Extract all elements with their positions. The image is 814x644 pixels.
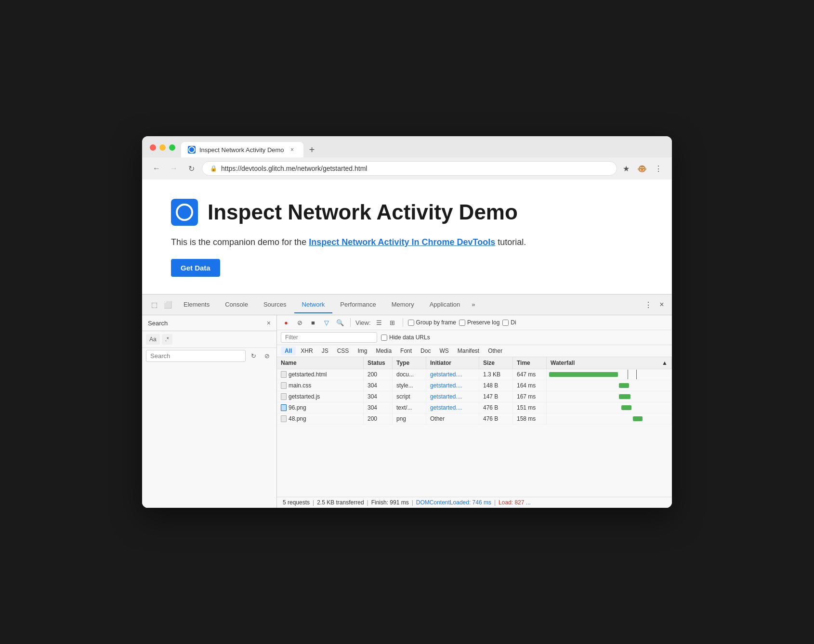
page-icon [171,199,198,226]
tab-elements[interactable]: Elements [176,296,217,313]
devtools-close-button[interactable]: × [656,298,668,311]
disable-cache-label: Di [511,319,516,326]
type-filter-other[interactable]: Other [484,347,506,355]
devtools-menu-button[interactable]: ⋮ [642,298,655,311]
col-header-time[interactable]: Time [513,357,547,369]
cell-time: 158 ms [513,413,547,424]
minimize-window-button[interactable] [159,144,166,151]
search-case-sensitive-button[interactable]: Aa [146,334,160,345]
cell-initiator[interactable]: getstarted.... [426,402,479,413]
stop-recording-button[interactable]: ⊘ [294,317,305,328]
search-close-button[interactable]: × [267,319,271,327]
filter-bar: Hide data URLs [277,330,672,345]
col-header-type[interactable]: Type [393,357,426,369]
cell-name: getstarted.js [277,391,364,402]
filter-input[interactable] [281,332,377,343]
search-refresh-button[interactable]: ↻ [248,350,259,362]
search-sidebar: Search × Aa .* ↻ ⊘ [142,315,277,508]
devtools-select-icon[interactable]: ⬚ [148,298,160,311]
bookmark-icon[interactable]: ★ [621,162,631,175]
type-filter-ws[interactable]: WS [435,347,452,355]
file-icon [281,393,287,400]
new-tab-button[interactable]: + [305,143,319,156]
cell-initiator[interactable]: getstarted.... [426,380,479,391]
cell-waterfall [547,381,672,390]
cell-initiator[interactable]: getstarted.... [426,369,479,380]
col-header-status[interactable]: Status [364,357,393,369]
type-filter-media[interactable]: Media [372,347,395,355]
tab-network[interactable]: Network [294,296,333,313]
col-header-waterfall[interactable]: Waterfall ▲ [547,357,672,369]
cell-status: 304 [364,380,393,391]
type-filter-manifest[interactable]: Manifest [454,347,483,355]
group-by-frame-checkbox[interactable] [408,320,414,326]
file-icon [281,382,287,389]
table-row[interactable]: main.css 304 style... getstarted.... 148… [277,380,672,391]
back-button[interactable]: ← [150,162,163,175]
cell-name: main.css [277,380,364,391]
search-regex-button[interactable]: .* [162,334,172,345]
view-label: View: [355,319,371,326]
cell-size: 147 B [479,391,513,402]
more-tabs-button[interactable]: » [468,296,479,313]
cell-initiator[interactable]: getstarted.... [426,391,479,402]
cell-name: getstarted.html [277,369,364,380]
user-avatar[interactable]: 🐵 [635,162,649,175]
tab-performance[interactable]: Performance [332,296,383,313]
filter-button[interactable]: ▽ [321,317,332,328]
type-filter-js[interactable]: JS [318,347,332,355]
tab-memory[interactable]: Memory [384,296,422,313]
devtools-tabbar: ⬚ ⬜ Elements Console Sources Network Per… [142,295,672,315]
lock-icon: 🔒 [210,165,217,172]
disable-cache-checkbox-group: Di [502,319,516,326]
type-filter-all[interactable]: All [281,347,296,355]
maximize-window-button[interactable] [169,144,175,151]
col-header-initiator[interactable]: Initiator [426,357,479,369]
type-filter-xhr[interactable]: XHR [297,347,316,355]
tab-console[interactable]: Console [217,296,256,313]
browser-tab[interactable]: Inspect Network Activity Demo × [181,142,303,157]
forward-button[interactable]: → [167,162,181,175]
status-transferred: 2.5 KB transferred [317,499,364,506]
tree-view-button[interactable]: ⊞ [387,317,398,328]
devtools-inspect-icon[interactable]: ⬜ [161,298,174,311]
address-bar[interactable]: 🔒 https://devtools.glitch.me/network/get… [202,161,617,176]
col-header-size[interactable]: Size [479,357,513,369]
refresh-button[interactable]: ↻ [184,162,198,175]
search-input[interactable] [146,350,246,362]
cell-waterfall [547,392,672,401]
hide-data-urls-checkbox[interactable] [381,335,387,341]
tab-application[interactable]: Application [422,296,468,313]
col-header-name[interactable]: Name [277,357,364,369]
type-filter-font[interactable]: Font [396,347,416,355]
type-filter-css[interactable]: CSS [333,347,353,355]
type-filter-doc[interactable]: Doc [417,347,434,355]
type-filter-img[interactable]: Img [354,347,371,355]
search-button[interactable]: 🔍 [335,317,345,328]
nav-bar: ← → ↻ 🔒 https://devtools.glitch.me/netwo… [142,157,672,180]
table-row[interactable]: getstarted.html 200 docu... getstarted..… [277,369,672,380]
preserve-log-checkbox[interactable] [459,320,465,326]
record-button[interactable]: ● [281,317,291,328]
disable-cache-checkbox[interactable] [502,320,509,326]
search-block-button[interactable]: ⊘ [261,350,273,362]
cell-status: 304 [364,402,393,413]
table-row[interactable]: 48.png 200 png Other 476 B 158 ms [277,413,672,425]
browser-menu-icon[interactable]: ⋮ [653,162,664,175]
get-data-button[interactable]: Get Data [171,259,220,277]
tab-close-button[interactable]: × [288,145,297,154]
screenshot-button[interactable]: ■ [308,317,318,328]
table-row[interactable]: 96.png 304 text/... getstarted.... 476 B… [277,402,672,413]
hide-data-urls-label: Hide data URLs [389,334,430,341]
status-requests: 5 requests [283,499,310,506]
devtools-link[interactable]: Inspect Network Activity In Chrome DevTo… [309,237,495,247]
close-window-button[interactable] [150,144,156,151]
preserve-log-label: Preserve log [467,319,499,326]
list-view-button[interactable]: ☰ [374,317,384,328]
table-row[interactable]: getstarted.js 304 script getstarted.... … [277,391,672,402]
tab-sources[interactable]: Sources [256,296,294,313]
devtools-panel: ⬚ ⬜ Elements Console Sources Network Per… [142,294,672,508]
search-options-bar: Aa .* [142,331,276,348]
cell-type: png [393,413,426,424]
cell-size: 1.3 KB [479,369,513,380]
